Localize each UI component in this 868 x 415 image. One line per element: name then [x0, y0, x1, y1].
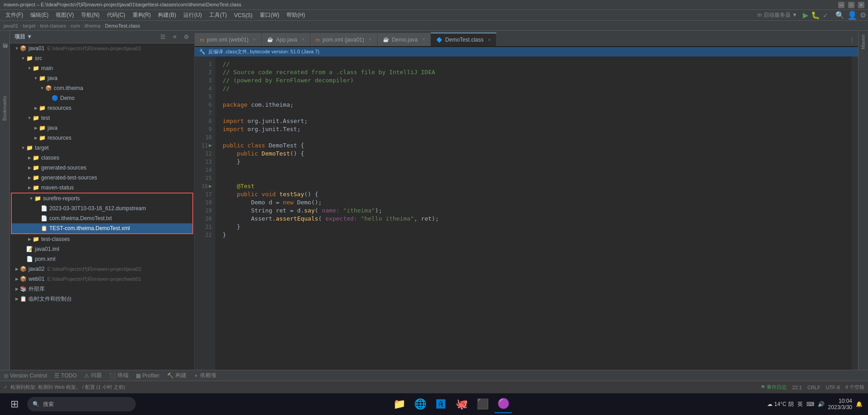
- menu-window[interactable]: 窗口(W): [256, 10, 283, 20]
- avatar-icon[interactable]: 👤: [847, 10, 857, 20]
- status-message: 检测到框架: 检测到 Web 框架。 / 配置 (1 小时 之前): [10, 384, 125, 391]
- bc-itheima[interactable]: itheima: [85, 23, 100, 28]
- project-label: 项目 ▼: [14, 33, 32, 41]
- menu-code[interactable]: 代码(C): [103, 10, 129, 20]
- tree-item-classes[interactable]: ▶ 📁 classes: [10, 153, 194, 163]
- menu-edit[interactable]: 编辑(E): [27, 10, 52, 20]
- bc-test-classes[interactable]: test-classes: [40, 23, 66, 28]
- indent[interactable]: 4 个空格: [845, 384, 864, 391]
- taskbar-app-explorer[interactable]: 📁: [390, 395, 408, 413]
- problems-icon: ⚠: [84, 373, 89, 379]
- tree-item-demotest-txt[interactable]: ▶ 📄 com.itheima.DemoTest.txt: [12, 213, 192, 223]
- rvtab-maven[interactable]: Maven: [858, 31, 868, 53]
- event-log[interactable]: ⚑ 事件日志: [761, 384, 787, 391]
- tree-item-resources-test[interactable]: ▶ 📁 resources: [10, 133, 194, 143]
- tree-item-surefire-reports[interactable]: ▼ 📁 surefire-reports: [12, 193, 192, 203]
- tree-item-external-libs[interactable]: ▶ 📚 外部库: [10, 284, 194, 294]
- status-bar: ✓ 检测到框架: 检测到 Web 框架。 / 配置 (1 小时 之前) ⚑ 事件…: [0, 381, 868, 393]
- expand-all-btn[interactable]: ☰: [158, 33, 168, 42]
- tool-dependencies[interactable]: ⚬ 依赖项: [194, 372, 216, 379]
- menu-vcs[interactable]: VCS(S): [230, 11, 256, 19]
- taskbar-search[interactable]: 🔍 搜索: [27, 397, 136, 411]
- encoding[interactable]: UTF-8: [826, 385, 840, 390]
- menu-view[interactable]: 视图(V): [52, 10, 77, 20]
- time-block: 10:04 2023/3/30: [828, 398, 852, 410]
- bc-java01[interactable]: java01: [4, 23, 18, 28]
- tree-item-java02[interactable]: ▶ 📦 java02 E:\IdeaProjects\代码\maven-proj…: [10, 264, 194, 274]
- tree-item-test-demotest-xml[interactable]: ▶ 📋 TEST-com.itheima.DemoTest.xml: [12, 223, 192, 233]
- menu-build[interactable]: 构建(B): [154, 10, 180, 20]
- tool-build[interactable]: 🔨 构建: [167, 372, 186, 379]
- line-ending[interactable]: CRLF: [807, 385, 820, 390]
- coverage-icon[interactable]: ✓: [823, 12, 828, 19]
- debug-icon[interactable]: 🐛: [811, 11, 820, 19]
- tree-item-test[interactable]: ▼ 📁 test: [10, 113, 194, 123]
- menu-tools[interactable]: 工具(T): [205, 10, 230, 20]
- start-button[interactable]: ⊞: [5, 395, 24, 413]
- settings-icon[interactable]: ⚙: [860, 11, 866, 19]
- bc-com[interactable]: com: [71, 23, 80, 28]
- line-col[interactable]: 22:1: [792, 385, 801, 390]
- tab-pom-web01[interactable]: m pom.xml (web01) ×: [195, 33, 262, 46]
- dependencies-icon: ⚬: [194, 373, 198, 379]
- tree-item-test-classes[interactable]: ▶ 📁 test-classes: [10, 234, 194, 244]
- menu-file[interactable]: 文件(F): [2, 10, 27, 20]
- tree-item-scratch[interactable]: ▶ 📋 临时文件和控制台: [10, 294, 194, 304]
- run-icon[interactable]: ▶: [803, 11, 808, 19]
- tool-problems[interactable]: ⚠ 问题: [84, 372, 102, 379]
- collapse-all-btn[interactable]: ≡: [170, 33, 180, 42]
- vtab-structure[interactable]: 结构: [0, 49, 10, 56]
- vtab-bookmarks[interactable]: Bookmarks: [0, 92, 10, 124]
- tree-item-dumpstream[interactable]: ▶ 📄 2023-03-30T10-03-16_612.dumpstream: [12, 203, 192, 213]
- tab-demotest-class[interactable]: 🔷 DemoTest.class ×: [431, 33, 497, 46]
- tree-item-target[interactable]: ▼ 📁 target: [10, 143, 194, 153]
- project-sidebar: 项目 ▼ ☰ ≡ ⚙ ▼ 📦 java01 E:\IdeaProjects\代码…: [10, 31, 195, 370]
- tool-profiler[interactable]: ▦ Profiler: [136, 373, 160, 379]
- bc-target[interactable]: target: [23, 23, 35, 28]
- todo-icon: ☰: [54, 373, 59, 379]
- tool-version-control[interactable]: ◎ Version Control: [4, 373, 47, 379]
- taskbar-app-vs[interactable]: 🅰: [432, 395, 450, 413]
- notifications-icon[interactable]: 🔔: [856, 401, 863, 407]
- tree-item-gen-test-sources[interactable]: ▶ 📁 generated-test-sources: [10, 173, 194, 183]
- tree-item-java[interactable]: ▼ 📁 java: [10, 73, 194, 83]
- taskbar: ⊞ 🔍 搜索 📁 🌐 🅰 🐙 ⬛ 🟣 ☁ 14°C 阴 英 ⌨ 🔊 10:04 …: [0, 393, 868, 415]
- server-label: m 启动服务器 ▼: [757, 11, 797, 19]
- tree-item-java-test[interactable]: ▶ 📁 java: [10, 123, 194, 133]
- tree-item-src[interactable]: ▼ 📁 src: [10, 53, 194, 63]
- settings-btn[interactable]: ⚙: [181, 33, 191, 42]
- menu-help[interactable]: 帮助(H): [283, 10, 309, 20]
- code-editor[interactable]: 1 2 3 4 5 6 7 8 9 10 11 ▶ 12 13 14 15 16…: [195, 57, 858, 370]
- date-display: 2023/3/30: [828, 404, 852, 410]
- menu-run[interactable]: 运行(U): [180, 10, 205, 20]
- tree-item-maven-status[interactable]: ▶ 📁 maven-status: [10, 183, 194, 193]
- taskbar-app-github[interactable]: 🐙: [453, 395, 471, 413]
- code-content[interactable]: // // Source code recreated from a .clas…: [215, 57, 852, 370]
- tree-item-java01[interactable]: ▼ 📦 java01 E:\IdeaProjects\代码\maven-proj…: [10, 43, 194, 53]
- tree-item-com-itheima[interactable]: ▼ 📦 com.itheima: [10, 83, 194, 93]
- tab-app-java[interactable]: ☕ App.java ×: [262, 33, 310, 46]
- menu-bar: 文件(F) 编辑(E) 视图(V) 导航(N) 代码(C) 重构(R) 构建(B…: [0, 10, 868, 21]
- tool-todo[interactable]: ☰ TODO: [54, 373, 76, 379]
- menu-navigate[interactable]: 导航(N): [77, 10, 103, 20]
- tree-item-pom[interactable]: ▶ 📄 pom.xml: [10, 254, 194, 264]
- bc-demotest[interactable]: DemoTest.class: [105, 23, 140, 28]
- minimize-button[interactable]: —: [838, 2, 844, 8]
- tree-item-demo[interactable]: ▶ 🔵 Demo: [10, 93, 194, 103]
- taskbar-app-terminal[interactable]: ⬛: [473, 395, 491, 413]
- tab-more-button[interactable]: ⋮: [847, 33, 857, 46]
- tree-item-resources[interactable]: ▶ 📁 resources: [10, 103, 194, 113]
- maximize-button[interactable]: □: [848, 2, 854, 8]
- tab-pom-java01[interactable]: m pom.xml (java01) ×: [310, 33, 377, 46]
- tree-item-main[interactable]: ▼ 📁 main: [10, 63, 194, 73]
- search-icon[interactable]: 🔍: [835, 11, 844, 19]
- tree-item-java01-iml[interactable]: ▶ 📝 java01.iml: [10, 244, 194, 254]
- tree-item-web01[interactable]: ▶ 📦 web01 E:\IdeaProjects\代码\maven-proje…: [10, 274, 194, 284]
- tree-item-gen-sources[interactable]: ▶ 📁 generated-sources: [10, 163, 194, 173]
- close-button[interactable]: ×: [858, 2, 864, 8]
- taskbar-app-intellij[interactable]: 🟣: [494, 395, 512, 413]
- tool-terminal[interactable]: ⬛ 终端: [109, 372, 129, 379]
- menu-refactor[interactable]: 重构(R): [129, 10, 155, 20]
- tab-demo-java[interactable]: ☕ Demo.java ×: [377, 33, 431, 46]
- taskbar-app-edge[interactable]: 🌐: [411, 395, 429, 413]
